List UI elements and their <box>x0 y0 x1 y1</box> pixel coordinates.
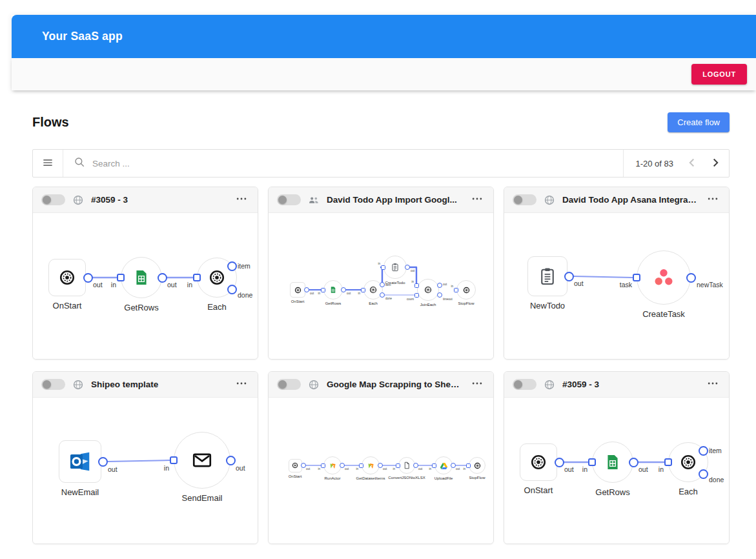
search-field-wrap <box>63 150 623 177</box>
card-menu-button[interactable] <box>705 376 720 393</box>
output-port <box>437 283 442 288</box>
toggle-knob <box>278 196 287 204</box>
node-label: SendEmail <box>182 493 223 503</box>
node-label: GetRows <box>595 487 629 497</box>
port-label: out <box>564 465 574 473</box>
node-label: CreateTask <box>642 309 685 319</box>
search-toolbar: 1-20 of 83 <box>32 149 730 178</box>
create-flow-button[interactable]: Create flow <box>668 112 730 132</box>
page-header-row: Flows Create flow <box>32 112 730 132</box>
globe-icon <box>72 379 84 391</box>
card-menu-button[interactable] <box>705 191 720 208</box>
prev-page-button[interactable] <box>684 154 700 173</box>
flow-card-title: #3059 - 3 <box>562 380 698 389</box>
port-label: in <box>111 281 116 289</box>
flow-preview-canvas[interactable]: OnStartGetRowsEachoutinoutinitemdone <box>504 398 729 544</box>
flow-enabled-toggle[interactable] <box>277 379 301 390</box>
flow-enabled-toggle[interactable] <box>41 379 65 390</box>
port-label: out <box>574 280 584 287</box>
output-port <box>227 285 237 294</box>
output-port <box>699 446 708 456</box>
drive-icon <box>440 462 448 470</box>
flow-card-header: Google Map Scrapping to Sheets <box>269 372 493 398</box>
port-label: in <box>659 465 664 473</box>
output-port <box>341 287 346 292</box>
toggle-knob <box>43 196 51 204</box>
more-dots-icon <box>706 377 719 392</box>
card-menu-button[interactable] <box>234 376 249 393</box>
node-label: StopFlow <box>469 476 485 480</box>
apify-icon <box>367 462 375 470</box>
input-port <box>414 293 419 298</box>
port-label: out <box>383 467 387 471</box>
flow-node <box>174 432 230 489</box>
input-port <box>381 265 385 270</box>
flow-node <box>323 280 343 300</box>
more-dots-icon <box>471 377 484 392</box>
flow-node <box>434 456 453 474</box>
input-port <box>359 463 363 468</box>
flow-preview-canvas[interactable]: OnStartRunActorGetDatasetItemsConvertJSO… <box>269 398 493 544</box>
output-port <box>413 463 418 468</box>
globe-icon <box>544 379 555 391</box>
flow-card: Google Map Scrapping to SheetsOnStartRun… <box>268 371 494 544</box>
node-label: NewTodo <box>530 301 565 310</box>
search-input[interactable] <box>91 150 623 177</box>
input-port <box>633 274 640 281</box>
port-label: out <box>310 292 314 295</box>
flow-preview-canvas[interactable]: OnStartGetRowsEachCreateTodoJoinEachStop… <box>269 213 493 360</box>
node-label: JoinEach <box>420 303 436 307</box>
input-port <box>321 463 325 468</box>
port-label: out <box>345 467 349 471</box>
port-label: in <box>378 262 380 265</box>
target-icon <box>424 286 432 294</box>
node-label: GetDatasetItems <box>356 476 385 480</box>
output-port <box>158 273 167 283</box>
node-label: UploadFile <box>434 476 453 480</box>
pagination: 1-20 of 83 <box>623 150 729 177</box>
output-port <box>699 469 708 479</box>
secondary-toolbar: LOGOUT <box>12 58 756 90</box>
output-port <box>555 458 564 467</box>
team-icon <box>308 194 320 206</box>
flow-card: David Todo App Asana IntegrationNewTodoC… <box>504 187 730 360</box>
input-port <box>170 456 178 464</box>
port-label: in <box>582 465 587 473</box>
globe-icon <box>544 194 555 206</box>
input-port <box>454 288 458 292</box>
card-menu-button[interactable] <box>234 191 249 208</box>
target-icon <box>474 462 481 469</box>
output-port <box>405 265 410 270</box>
target-icon <box>463 287 470 294</box>
flow-enabled-toggle[interactable] <box>277 194 301 205</box>
node-label: GetRows <box>124 303 158 312</box>
next-page-button[interactable] <box>707 154 724 173</box>
port-label: in <box>411 280 414 283</box>
port-label: out <box>93 281 103 289</box>
flow-enabled-toggle[interactable] <box>513 379 536 390</box>
flow-preview-canvas[interactable]: NewEmailSendEmailoutinout <box>33 398 258 544</box>
port-label: out <box>236 464 245 472</box>
port-label: in <box>358 292 360 295</box>
flow-preview-canvas[interactable]: NewTodoCreateTaskouttasknewTask <box>504 213 729 360</box>
port-label: item <box>238 262 250 270</box>
flow-card-title: David Todo App Asana Integration <box>562 195 698 205</box>
flow-node <box>520 443 557 481</box>
port-label: in <box>429 467 431 471</box>
target-icon <box>59 269 76 286</box>
flow-node <box>121 257 162 298</box>
flow-enabled-toggle[interactable] <box>513 194 536 205</box>
card-menu-button[interactable] <box>469 376 485 393</box>
hamburger-icon <box>41 156 54 171</box>
logout-button[interactable]: LOGOUT <box>691 64 747 85</box>
flow-preview-canvas[interactable]: OnStartGetRowsEachoutinoutinitemdone <box>33 213 258 360</box>
flow-enabled-toggle[interactable] <box>41 194 65 205</box>
flow-node <box>527 256 567 296</box>
flow-node <box>383 256 407 279</box>
flow-card-header: David Todo App Asana Integration <box>504 187 729 213</box>
card-menu-button[interactable] <box>469 191 485 208</box>
flows-grid: #3059 - 3OnStartGetRowsEachoutinoutinite… <box>32 187 730 544</box>
node-label: StopFlow <box>458 301 474 305</box>
flow-card-header: Shipeo template <box>33 372 258 398</box>
filter-menu-button[interactable] <box>33 150 63 177</box>
